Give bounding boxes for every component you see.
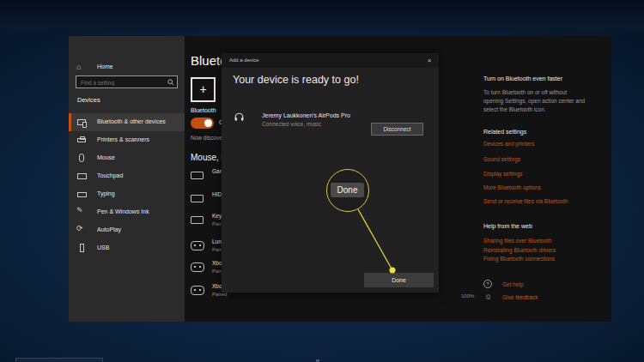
home-icon: ⌂: [76, 63, 81, 71]
toggle-knob: [204, 119, 212, 127]
link-devices-and-printers[interactable]: Devices and printers: [483, 141, 534, 147]
link-send-receive-files[interactable]: Send or receive files via Bluetooth: [483, 198, 568, 204]
wallpaper-horizon-band: [0, 0, 644, 31]
link-more-bluetooth-options[interactable]: More Bluetooth options: [483, 184, 541, 190]
printer-icon: [77, 138, 86, 142]
volume-percent-label: 100%: [461, 293, 474, 299]
related-settings-title: Related settings: [483, 129, 526, 135]
feedback-icon: ☺: [484, 293, 492, 301]
search-input[interactable]: [79, 76, 167, 89]
keyboard-icon: [191, 195, 204, 202]
mouse-icon: [79, 154, 84, 162]
gamepad-icon: [191, 262, 204, 272]
desktop-wallpaper: Settings – □ × ⌂ Home Devices: [0, 0, 644, 362]
add-device-dialog: Add a device × Your device is ready to g…: [222, 53, 439, 293]
magnified-done-button: Done: [331, 183, 364, 197]
sidebar-item-mouse[interactable]: Mouse: [69, 149, 185, 167]
headphones-icon: [234, 112, 245, 123]
disconnect-button[interactable]: Disconnect: [371, 123, 423, 136]
device-name: Jeremy Laukkonen's AirPods Pro: [262, 112, 350, 118]
dialog-title: Add a device: [229, 57, 259, 63]
keyboard-icon: [191, 172, 204, 179]
sidebar-item-home[interactable]: ⌂ Home: [69, 60, 185, 75]
link-sound-settings[interactable]: Sound settings: [483, 156, 520, 162]
dialog-heading: Your device is ready to go!: [233, 74, 359, 86]
search-icon: [167, 79, 174, 86]
link-fixing-connections[interactable]: Fixing Bluetooth connections: [483, 256, 555, 262]
devices-icon: [77, 119, 86, 125]
sidebar-section-devices: Devices: [77, 96, 100, 104]
add-device-button[interactable]: +: [191, 77, 216, 102]
sidebar-item-typing[interactable]: Typing: [69, 185, 185, 203]
keyboard-icon: [191, 216, 204, 224]
help-icon: ?: [483, 280, 492, 288]
link-display-settings[interactable]: Display settings: [483, 171, 523, 177]
get-help-link[interactable]: ? Get help: [483, 280, 597, 292]
help-from-web-title: Help from the web: [483, 223, 532, 229]
usb-icon: [80, 244, 84, 252]
autoplay-icon: ⟳: [76, 224, 83, 232]
sidebar-item-printers-scanners[interactable]: Printers & scanners: [69, 131, 185, 149]
sidebar-item-bluetooth-other-devices[interactable]: Bluetooth & other devices: [69, 113, 185, 131]
tip-title: Turn on Bluetooth even faster: [483, 75, 562, 81]
wallpaper-artifact: [15, 358, 103, 362]
settings-sidebar: ⌂ Home Devices Bluetooth & other devices…: [69, 36, 185, 322]
sidebar-item-touchpad[interactable]: Touchpad: [69, 167, 185, 185]
sidebar-item-usb[interactable]: USB: [69, 239, 185, 257]
gamepad-icon: [191, 286, 204, 295]
give-feedback-link[interactable]: ☺ Give feedback: [483, 293, 597, 305]
bluetooth-toggle-label: Bluetooth: [191, 107, 216, 113]
touchpad-icon: [77, 173, 87, 179]
dialog-close-icon[interactable]: ×: [420, 53, 439, 68]
tip-body: To turn Bluetooth on or off without open…: [483, 88, 586, 114]
callout-magnifier-circle: Done: [326, 169, 369, 212]
bluetooth-toggle[interactable]: [191, 118, 214, 129]
sidebar-item-autoplay[interactable]: ⟳ AutoPlay: [69, 221, 185, 239]
pen-icon: ✎: [76, 206, 83, 214]
sidebar-item-pen-windows-ink[interactable]: ✎ Pen & Windows Ink: [69, 203, 185, 221]
plus-icon: +: [199, 82, 206, 96]
gamepad-icon: [191, 241, 204, 250]
done-button[interactable]: Done: [364, 273, 434, 287]
selected-accent-bar: [69, 113, 71, 131]
device-status: Connected voice, music: [262, 121, 321, 127]
link-sharing-files[interactable]: Sharing files over Bluetooth: [483, 238, 552, 244]
link-reinstalling-drivers[interactable]: Reinstalling Bluetooth drivers: [483, 247, 556, 253]
keyboard-icon: [77, 192, 87, 197]
dialog-titlebar: Add a device ×: [222, 53, 439, 68]
search-box: [76, 75, 178, 88]
